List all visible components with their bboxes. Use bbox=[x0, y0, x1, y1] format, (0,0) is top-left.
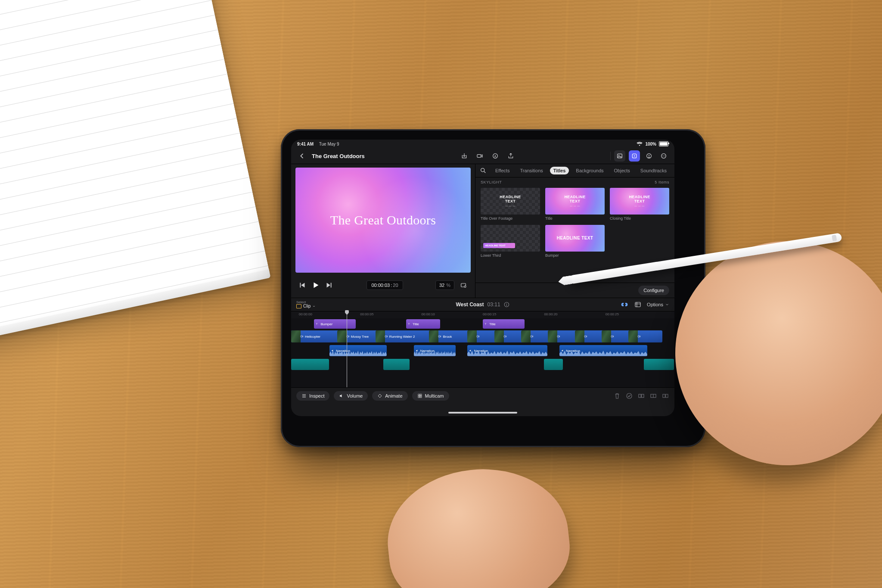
search-icon[interactable] bbox=[480, 167, 487, 174]
ruler-mark: 00:00:20 bbox=[544, 312, 557, 316]
browser-tab-backgrounds[interactable]: Backgrounds bbox=[572, 167, 607, 174]
svg-rect-29 bbox=[531, 336, 532, 337]
more-icon[interactable] bbox=[658, 150, 669, 162]
timeline-index-icon[interactable] bbox=[634, 301, 642, 308]
viewer-title-overlay: The Great Outdoors bbox=[330, 213, 436, 227]
svg-rect-35 bbox=[420, 394, 422, 396]
thumb-label: Title Over Footage bbox=[481, 216, 540, 221]
svg-point-6 bbox=[634, 156, 635, 157]
volume-icon bbox=[339, 393, 344, 398]
zoom-value: 32 bbox=[439, 283, 444, 288]
back-button[interactable] bbox=[296, 150, 307, 162]
video-clip[interactable] bbox=[494, 330, 525, 342]
timeline-options[interactable]: Options bbox=[647, 302, 669, 307]
volume-button[interactable]: Volume bbox=[334, 391, 368, 401]
playhead[interactable] bbox=[347, 311, 347, 387]
content-browser-icon[interactable] bbox=[629, 150, 640, 162]
svg-rect-25 bbox=[385, 336, 387, 337]
music-clip[interactable] bbox=[383, 359, 410, 370]
checkmark-circle-icon[interactable] bbox=[625, 392, 633, 400]
import-icon[interactable] bbox=[459, 150, 470, 162]
svg-rect-43 bbox=[666, 394, 668, 398]
music-clip[interactable] bbox=[544, 359, 563, 370]
video-clip[interactable] bbox=[521, 330, 551, 342]
video-clip[interactable]: Brook bbox=[429, 330, 471, 342]
info-icon[interactable] bbox=[504, 302, 510, 308]
video-clip[interactable]: Helicopter bbox=[291, 330, 341, 342]
title-clip[interactable]: TTitle bbox=[483, 319, 525, 329]
svg-rect-40 bbox=[642, 394, 644, 398]
browser-tab-transitions[interactable]: Transitions bbox=[516, 167, 546, 174]
audio-clip[interactable]: Narration bbox=[329, 345, 387, 356]
browser-tab-objects[interactable]: Objects bbox=[611, 167, 634, 174]
svg-rect-33 bbox=[638, 336, 640, 337]
title-thumb-2[interactable]: HEADLINETEXT— — —Closing Title bbox=[610, 188, 669, 221]
magnetic-icon[interactable] bbox=[620, 302, 629, 308]
video-clip[interactable] bbox=[602, 330, 632, 342]
title-thumb-3[interactable]: HEADLINE TEXTLower Third bbox=[481, 225, 540, 258]
title-thumb-1[interactable]: HEADLINETEXT— — —Title bbox=[545, 188, 605, 221]
trash-icon[interactable] bbox=[613, 392, 621, 400]
connect-left-icon[interactable] bbox=[637, 392, 645, 400]
music-clip[interactable] bbox=[291, 359, 329, 370]
prev-frame-button[interactable] bbox=[297, 280, 307, 290]
audio-clip[interactable]: Narration bbox=[414, 345, 456, 356]
video-clip[interactable] bbox=[628, 330, 662, 342]
title-thumb-0[interactable]: HEADLINETEXT— — —Title Over Footage bbox=[481, 188, 540, 221]
ruler-mark: 00:00:15 bbox=[483, 312, 496, 316]
title-thumb-4[interactable]: HEADLINE TEXTBumper bbox=[545, 225, 605, 258]
svg-point-11 bbox=[663, 156, 664, 156]
view-options-icon[interactable] bbox=[458, 280, 469, 291]
battery-percent: 100% bbox=[645, 142, 656, 146]
battery-icon bbox=[659, 141, 668, 146]
svg-rect-28 bbox=[504, 336, 506, 337]
audio-clip[interactable]: Narration bbox=[559, 345, 647, 356]
video-clip[interactable] bbox=[575, 330, 605, 342]
video-clip[interactable]: Mossy Tree bbox=[337, 330, 379, 342]
browser-tab-effects[interactable]: Effects bbox=[492, 167, 513, 174]
video-clip[interactable]: Running Water 2 bbox=[376, 330, 433, 342]
svg-point-10 bbox=[662, 156, 663, 156]
next-frame-button[interactable] bbox=[325, 280, 334, 290]
audio-clip[interactable]: Narration bbox=[467, 345, 547, 356]
svg-text:T: T bbox=[485, 323, 487, 325]
camera-icon[interactable] bbox=[474, 150, 485, 162]
viewer-canvas[interactable]: The Great Outdoors bbox=[295, 168, 471, 273]
timecode-display[interactable]: 00:00:03:20 bbox=[366, 280, 403, 290]
zoom-display[interactable]: 32 % bbox=[435, 280, 454, 290]
svg-text:A: A bbox=[494, 155, 497, 158]
title-clip[interactable]: TBumper bbox=[314, 319, 356, 329]
timeline-tracks[interactable]: TBumperTTitleTTitleHelicopterMossy TreeR… bbox=[291, 318, 674, 387]
timeline-ruler[interactable]: 00:00:0000:00:0500:00:1000:00:1500:00:20… bbox=[291, 311, 674, 318]
home-indicator[interactable] bbox=[448, 412, 517, 414]
overwrite-icon[interactable] bbox=[649, 392, 657, 400]
animate-button[interactable]: Animate bbox=[372, 391, 407, 401]
svg-point-15 bbox=[481, 168, 484, 172]
timeline-duration: 03:11 bbox=[488, 302, 500, 308]
share-icon[interactable] bbox=[505, 150, 516, 162]
notepad-prop bbox=[0, 0, 270, 346]
zoom-unit: % bbox=[446, 283, 450, 288]
voiceover-icon[interactable]: A bbox=[490, 150, 501, 162]
music-clip[interactable] bbox=[644, 359, 674, 370]
media-browser-icon[interactable] bbox=[614, 150, 625, 162]
svg-rect-32 bbox=[611, 336, 613, 337]
app-screen: 9:41 AM Tue May 9 100% The Great Outdoor… bbox=[291, 140, 674, 416]
connect-right-icon[interactable] bbox=[662, 392, 669, 400]
title-clip[interactable]: TTitle bbox=[406, 319, 440, 329]
browser-tab-titles[interactable]: Titles bbox=[550, 167, 569, 174]
svg-rect-26 bbox=[438, 336, 440, 337]
play-button[interactable] bbox=[311, 280, 320, 290]
configure-button[interactable]: Configure bbox=[638, 286, 669, 295]
video-clip[interactable] bbox=[548, 330, 578, 342]
multicam-button[interactable]: Multicam bbox=[412, 391, 449, 401]
svg-point-38 bbox=[627, 393, 632, 398]
video-clip[interactable] bbox=[467, 330, 497, 342]
svg-rect-34 bbox=[418, 394, 420, 396]
svg-point-14 bbox=[464, 286, 466, 287]
timeline-panel: Select Clip West Coast 03:11 Options 00:… bbox=[291, 298, 674, 404]
browser-tab-soundtracks[interactable]: Soundtracks bbox=[637, 167, 670, 174]
audio-browser-icon[interactable] bbox=[643, 150, 655, 162]
selection-mode[interactable]: Select Clip bbox=[296, 301, 316, 308]
inspect-button[interactable]: Inspect bbox=[296, 391, 329, 401]
